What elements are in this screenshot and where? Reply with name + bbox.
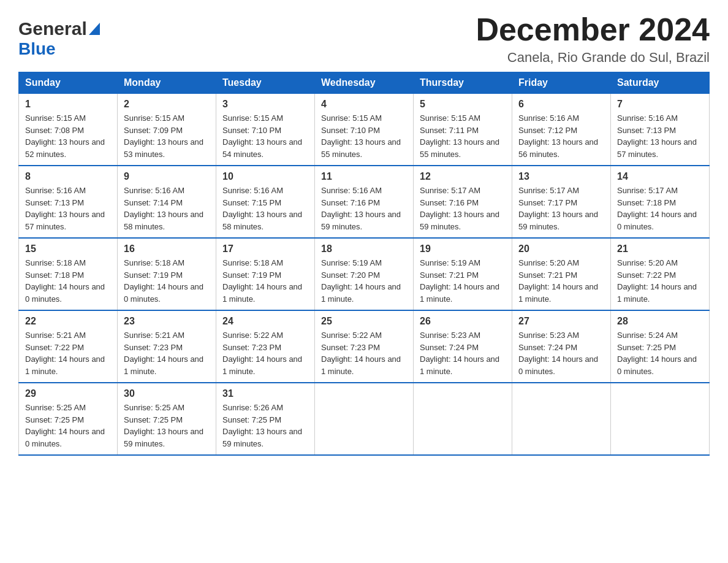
day-number: 10 <box>222 171 308 182</box>
day-number: 23 <box>124 316 210 327</box>
calendar-cell: 26Sunrise: 5:23 AMSunset: 7:24 PMDayligh… <box>414 310 512 383</box>
day-number: 6 <box>518 99 604 110</box>
weekday-header-saturday: Saturday <box>611 72 710 94</box>
calendar-cell: 9Sunrise: 5:16 AMSunset: 7:14 PMDaylight… <box>118 166 216 238</box>
day-number: 5 <box>420 99 506 110</box>
day-number: 24 <box>222 316 308 327</box>
day-info: Sunrise: 5:21 AMSunset: 7:23 PMDaylight:… <box>124 329 210 377</box>
day-info: Sunrise: 5:18 AMSunset: 7:18 PMDaylight:… <box>25 257 111 305</box>
calendar-cell: 31Sunrise: 5:26 AMSunset: 7:25 PMDayligh… <box>216 383 315 455</box>
calendar-cell: 13Sunrise: 5:17 AMSunset: 7:17 PMDayligh… <box>512 166 611 238</box>
logo-blue-text: Blue <box>18 39 56 59</box>
calendar-week-row: 8Sunrise: 5:16 AMSunset: 7:13 PMDaylight… <box>19 166 710 238</box>
calendar-cell: 22Sunrise: 5:21 AMSunset: 7:22 PMDayligh… <box>19 310 118 383</box>
calendar-cell: 3Sunrise: 5:15 AMSunset: 7:10 PMDaylight… <box>216 94 315 166</box>
day-info: Sunrise: 5:16 AMSunset: 7:13 PMDaylight:… <box>617 112 703 160</box>
day-number: 18 <box>321 243 407 255</box>
day-info: Sunrise: 5:23 AMSunset: 7:24 PMDaylight:… <box>518 329 604 377</box>
day-number: 21 <box>617 243 703 255</box>
day-info: Sunrise: 5:19 AMSunset: 7:21 PMDaylight:… <box>420 257 506 305</box>
calendar-cell: 1Sunrise: 5:15 AMSunset: 7:08 PMDaylight… <box>19 94 118 166</box>
calendar-header: SundayMondayTuesdayWednesdayThursdayFrid… <box>19 72 710 94</box>
day-number: 28 <box>617 316 703 327</box>
day-info: Sunrise: 5:17 AMSunset: 7:18 PMDaylight:… <box>617 185 703 232</box>
day-info: Sunrise: 5:20 AMSunset: 7:21 PMDaylight:… <box>518 257 604 305</box>
calendar-cell: 24Sunrise: 5:22 AMSunset: 7:23 PMDayligh… <box>216 310 315 383</box>
day-info: Sunrise: 5:23 AMSunset: 7:24 PMDaylight:… <box>420 329 506 377</box>
calendar-cell <box>512 383 611 455</box>
day-info: Sunrise: 5:15 AMSunset: 7:09 PMDaylight:… <box>124 112 210 160</box>
weekday-header-monday: Monday <box>118 72 216 94</box>
day-info: Sunrise: 5:19 AMSunset: 7:20 PMDaylight:… <box>321 257 407 305</box>
calendar-cell: 29Sunrise: 5:25 AMSunset: 7:25 PMDayligh… <box>19 383 118 455</box>
logo: General Blue <box>18 18 100 59</box>
calendar-cell: 6Sunrise: 5:16 AMSunset: 7:12 PMDaylight… <box>512 94 611 166</box>
day-number: 1 <box>25 99 111 110</box>
day-number: 31 <box>222 388 308 399</box>
calendar-cell: 10Sunrise: 5:16 AMSunset: 7:15 PMDayligh… <box>216 166 315 238</box>
calendar-cell: 4Sunrise: 5:15 AMSunset: 7:10 PMDaylight… <box>315 94 414 166</box>
day-info: Sunrise: 5:15 AMSunset: 7:08 PMDaylight:… <box>25 112 111 160</box>
calendar-cell: 25Sunrise: 5:22 AMSunset: 7:23 PMDayligh… <box>315 310 414 383</box>
day-info: Sunrise: 5:18 AMSunset: 7:19 PMDaylight:… <box>222 257 308 305</box>
calendar-cell: 11Sunrise: 5:16 AMSunset: 7:16 PMDayligh… <box>315 166 414 238</box>
day-number: 3 <box>222 99 308 110</box>
calendar-cell <box>414 383 512 455</box>
logo-general-text: General <box>18 18 87 39</box>
calendar-cell: 18Sunrise: 5:19 AMSunset: 7:20 PMDayligh… <box>315 238 414 310</box>
day-info: Sunrise: 5:15 AMSunset: 7:10 PMDaylight:… <box>222 112 308 160</box>
calendar-week-row: 15Sunrise: 5:18 AMSunset: 7:18 PMDayligh… <box>19 238 710 310</box>
calendar-body: 1Sunrise: 5:15 AMSunset: 7:08 PMDaylight… <box>19 94 710 456</box>
weekday-header-thursday: Thursday <box>414 72 512 94</box>
calendar-cell: 14Sunrise: 5:17 AMSunset: 7:18 PMDayligh… <box>611 166 710 238</box>
calendar-cell: 21Sunrise: 5:20 AMSunset: 7:22 PMDayligh… <box>611 238 710 310</box>
day-number: 13 <box>518 171 604 182</box>
day-info: Sunrise: 5:16 AMSunset: 7:14 PMDaylight:… <box>124 185 210 232</box>
calendar-week-row: 1Sunrise: 5:15 AMSunset: 7:08 PMDaylight… <box>19 94 710 166</box>
weekday-header-wednesday: Wednesday <box>315 72 414 94</box>
calendar-cell: 5Sunrise: 5:15 AMSunset: 7:11 PMDaylight… <box>414 94 512 166</box>
calendar-cell <box>315 383 414 455</box>
calendar-cell: 20Sunrise: 5:20 AMSunset: 7:21 PMDayligh… <box>512 238 611 310</box>
day-info: Sunrise: 5:22 AMSunset: 7:23 PMDaylight:… <box>222 329 308 377</box>
day-info: Sunrise: 5:25 AMSunset: 7:25 PMDaylight:… <box>25 402 111 450</box>
calendar-cell: 17Sunrise: 5:18 AMSunset: 7:19 PMDayligh… <box>216 238 315 310</box>
day-number: 8 <box>25 171 111 182</box>
day-number: 20 <box>518 243 604 255</box>
day-number: 2 <box>124 99 210 110</box>
calendar-cell: 2Sunrise: 5:15 AMSunset: 7:09 PMDaylight… <box>118 94 216 166</box>
day-number: 19 <box>420 243 506 255</box>
day-info: Sunrise: 5:15 AMSunset: 7:10 PMDaylight:… <box>321 112 407 160</box>
weekday-header-row: SundayMondayTuesdayWednesdayThursdayFrid… <box>19 72 710 94</box>
calendar-cell: 23Sunrise: 5:21 AMSunset: 7:23 PMDayligh… <box>118 310 216 383</box>
day-info: Sunrise: 5:22 AMSunset: 7:23 PMDaylight:… <box>321 329 407 377</box>
day-number: 22 <box>25 316 111 327</box>
calendar-cell: 27Sunrise: 5:23 AMSunset: 7:24 PMDayligh… <box>512 310 611 383</box>
day-info: Sunrise: 5:25 AMSunset: 7:25 PMDaylight:… <box>124 402 210 450</box>
calendar-week-row: 22Sunrise: 5:21 AMSunset: 7:22 PMDayligh… <box>19 310 710 383</box>
day-number: 7 <box>617 99 703 110</box>
day-number: 12 <box>420 171 506 182</box>
day-info: Sunrise: 5:16 AMSunset: 7:12 PMDaylight:… <box>518 112 604 160</box>
day-info: Sunrise: 5:16 AMSunset: 7:13 PMDaylight:… <box>25 185 111 232</box>
calendar-cell: 30Sunrise: 5:25 AMSunset: 7:25 PMDayligh… <box>118 383 216 455</box>
day-info: Sunrise: 5:24 AMSunset: 7:25 PMDaylight:… <box>617 329 703 377</box>
day-info: Sunrise: 5:21 AMSunset: 7:22 PMDaylight:… <box>25 329 111 377</box>
day-info: Sunrise: 5:18 AMSunset: 7:19 PMDaylight:… <box>124 257 210 305</box>
calendar-cell: 12Sunrise: 5:17 AMSunset: 7:16 PMDayligh… <box>414 166 512 238</box>
day-info: Sunrise: 5:26 AMSunset: 7:25 PMDaylight:… <box>222 402 308 450</box>
weekday-header-tuesday: Tuesday <box>216 72 315 94</box>
day-info: Sunrise: 5:16 AMSunset: 7:16 PMDaylight:… <box>321 185 407 232</box>
day-number: 17 <box>222 243 308 255</box>
day-info: Sunrise: 5:17 AMSunset: 7:16 PMDaylight:… <box>420 185 506 232</box>
calendar-table: SundayMondayTuesdayWednesdayThursdayFrid… <box>18 72 710 456</box>
svg-marker-0 <box>89 23 100 35</box>
location-subtitle: Canela, Rio Grande do Sul, Brazil <box>476 50 710 66</box>
calendar-week-row: 29Sunrise: 5:25 AMSunset: 7:25 PMDayligh… <box>19 383 710 455</box>
calendar-cell: 16Sunrise: 5:18 AMSunset: 7:19 PMDayligh… <box>118 238 216 310</box>
day-number: 14 <box>617 171 703 182</box>
calendar-cell: 8Sunrise: 5:16 AMSunset: 7:13 PMDaylight… <box>19 166 118 238</box>
day-info: Sunrise: 5:17 AMSunset: 7:17 PMDaylight:… <box>518 185 604 232</box>
day-info: Sunrise: 5:15 AMSunset: 7:11 PMDaylight:… <box>420 112 506 160</box>
logo-triangle-icon <box>89 23 100 35</box>
